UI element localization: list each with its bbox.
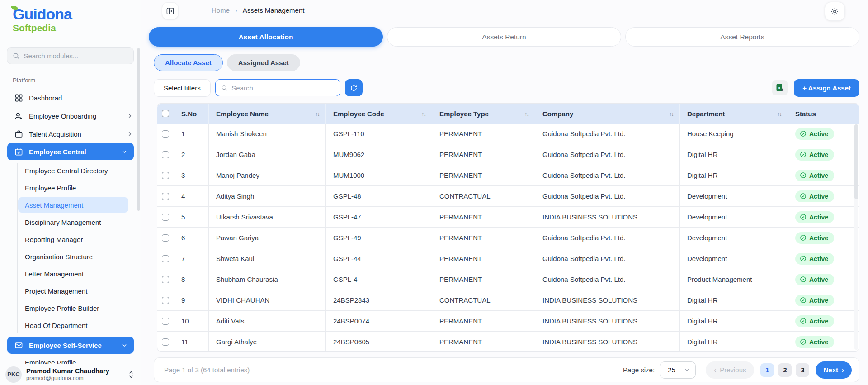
theme-toggle-button[interactable]: [825, 2, 845, 21]
row-checkbox[interactable]: [162, 130, 169, 138]
cell-status: Active: [788, 332, 859, 352]
sidebar-nav: Dashborad Employee Onboarding Talent Acq…: [0, 89, 141, 371]
sub-tabs: Allocate Asset Assigned Asset: [154, 54, 300, 71]
select-all-checkbox[interactable]: [162, 110, 169, 117]
cell-department: Development: [680, 248, 788, 269]
sort-arrows-icon[interactable]: ↑↓: [421, 110, 427, 117]
cell-sno: 2: [174, 144, 209, 165]
status-badge: Active: [795, 336, 834, 348]
brand-logo: Guidona Softpedia: [13, 6, 72, 33]
column-header: Status: [788, 104, 859, 124]
sidebar-subitem[interactable]: Employee Profile: [0, 179, 141, 196]
sidebar-item-employee-central[interactable]: Employee Central: [7, 143, 134, 160]
sidebar-subitem[interactable]: Reporting Manager: [0, 231, 141, 248]
subtab-assigned-asset[interactable]: Assigned Asset: [227, 54, 300, 71]
sidebar-subitem[interactable]: Asset Management: [18, 197, 128, 213]
sidebar-item-dashboard[interactable]: Dashborad: [0, 89, 141, 107]
tab-asset-reports[interactable]: Asset Reports: [625, 27, 859, 47]
sidebar-subitem[interactable]: Disciplinary Management: [0, 214, 141, 231]
row-checkbox[interactable]: [162, 193, 169, 200]
row-checkbox[interactable]: [162, 151, 169, 158]
user-profile-card[interactable]: PKC Pramod Kumar Chaudhary pramod@guidon…: [0, 364, 141, 385]
envelope-icon: [14, 341, 23, 350]
row-checkbox[interactable]: [162, 234, 169, 242]
cell-status: Active: [788, 290, 859, 310]
cell-sno: 6: [174, 228, 209, 248]
cell-sno: 8: [174, 269, 209, 290]
cell-status: Active: [788, 311, 859, 331]
main-content: Home › Assets Management Asset Allocatio…: [141, 0, 868, 385]
cell-employee-type: PERMANENT: [432, 207, 535, 227]
cell-sno: 3: [174, 165, 209, 185]
column-header[interactable]: Employee Type↑↓: [432, 104, 535, 124]
row-checkbox[interactable]: [162, 297, 169, 304]
sidebar-subitem[interactable]: Project Management: [0, 282, 141, 299]
sidebar-subitem[interactable]: Head Of Department: [0, 317, 141, 334]
sidebar-subitem[interactable]: Letter Management: [0, 265, 141, 282]
page-button-2[interactable]: 2: [778, 363, 792, 377]
cell-sno: 9: [174, 290, 209, 310]
main-tabs: Asset Allocation Assets Return Asset Rep…: [149, 27, 859, 47]
module-search[interactable]: [7, 47, 134, 64]
page-size-select[interactable]: 25: [660, 361, 696, 379]
column-header[interactable]: Company↑↓: [535, 104, 680, 124]
row-checkbox[interactable]: [162, 338, 169, 346]
column-header[interactable]: Department↑↓: [680, 104, 788, 124]
cell-employee-code: GSPL-47: [326, 207, 432, 227]
sidebar-item-employee-onboarding[interactable]: Employee Onboarding: [0, 107, 141, 125]
check-circle-icon: [800, 151, 807, 158]
row-checkbox[interactable]: [162, 255, 169, 262]
tab-assets-return[interactable]: Assets Return: [387, 27, 621, 47]
page-button-1[interactable]: 1: [760, 363, 774, 377]
row-checkbox[interactable]: [162, 318, 169, 325]
sort-arrows-icon[interactable]: ↑↓: [315, 110, 321, 117]
sidebar-subitem[interactable]: Employee Central Directory: [0, 162, 141, 179]
table-search-input[interactable]: [231, 84, 335, 92]
table-scrollbar-thumb[interactable]: [854, 124, 858, 199]
cell-employee-type: PERMANENT: [432, 332, 535, 352]
sort-arrows-icon[interactable]: ↑↓: [524, 110, 530, 117]
pagination-bar: Page 1 of 3 (64 total entries) Page size…: [154, 357, 859, 382]
sort-arrows-icon[interactable]: ↑↓: [777, 110, 783, 117]
table-header-row: S.NoEmployee Name↑↓Employee Code↑↓Employ…: [157, 104, 859, 124]
sort-arrows-icon[interactable]: ↑↓: [669, 110, 675, 117]
search-icon: [221, 84, 228, 91]
previous-page-button[interactable]: ‹Previous: [706, 361, 754, 379]
assign-asset-button[interactable]: + Assign Asset: [794, 79, 859, 97]
tab-asset-allocation[interactable]: Asset Allocation: [149, 27, 383, 47]
refresh-button[interactable]: [345, 79, 363, 96]
cell-employee-code: GSPL-48: [326, 186, 432, 206]
row-checkbox[interactable]: [162, 172, 169, 179]
column-header[interactable]: Employee Code↑↓: [326, 104, 432, 124]
column-header[interactable]: Employee Name↑↓: [209, 104, 326, 124]
next-page-button[interactable]: Next›: [816, 361, 852, 379]
row-checkbox[interactable]: [162, 214, 169, 221]
module-search-input[interactable]: [24, 52, 128, 60]
sidebar-subitem[interactable]: Organisation Structure: [0, 248, 141, 265]
breadcrumb-home[interactable]: Home: [212, 6, 230, 14]
row-checkbox[interactable]: [162, 276, 169, 283]
cell-department: Digital HR: [680, 290, 788, 310]
sidebar-toggle-button[interactable]: [162, 2, 179, 19]
check-circle-icon: [800, 276, 807, 283]
sidebar-subitem[interactable]: Employee Profile Builder: [0, 299, 141, 317]
cell-employee-name: Manish Shokeen: [209, 124, 326, 144]
subtab-allocate-asset[interactable]: Allocate Asset: [154, 54, 223, 71]
platform-section-label: Platform: [13, 77, 35, 84]
sidebar-item-employee-self-service[interactable]: Employee Self-Service: [7, 337, 134, 354]
refresh-icon: [350, 84, 358, 92]
table-row: 7Shweta KaulGSPL-44PERMANENTGuidona Soft…: [157, 248, 859, 269]
cell-employee-code: GSPL-110: [326, 124, 432, 144]
cell-department: Digital HR: [680, 311, 788, 331]
cell-company: Guidona Softpedia Pvt. Ltd.: [535, 248, 680, 269]
sidebar-scrollbar[interactable]: [137, 48, 140, 211]
cell-status: Active: [788, 228, 859, 248]
chevron-down-icon: [121, 148, 127, 155]
table-search[interactable]: [215, 79, 340, 96]
select-filters-button[interactable]: Select filters: [154, 79, 211, 97]
page-button-3[interactable]: 3: [796, 363, 809, 377]
sidebar-item-talent-acquisition[interactable]: Talent Acquisition: [0, 125, 141, 143]
cell-employee-name: Aditi Vats: [209, 311, 326, 331]
chevron-down-icon: [684, 367, 690, 373]
excel-export-button[interactable]: x: [772, 80, 788, 95]
